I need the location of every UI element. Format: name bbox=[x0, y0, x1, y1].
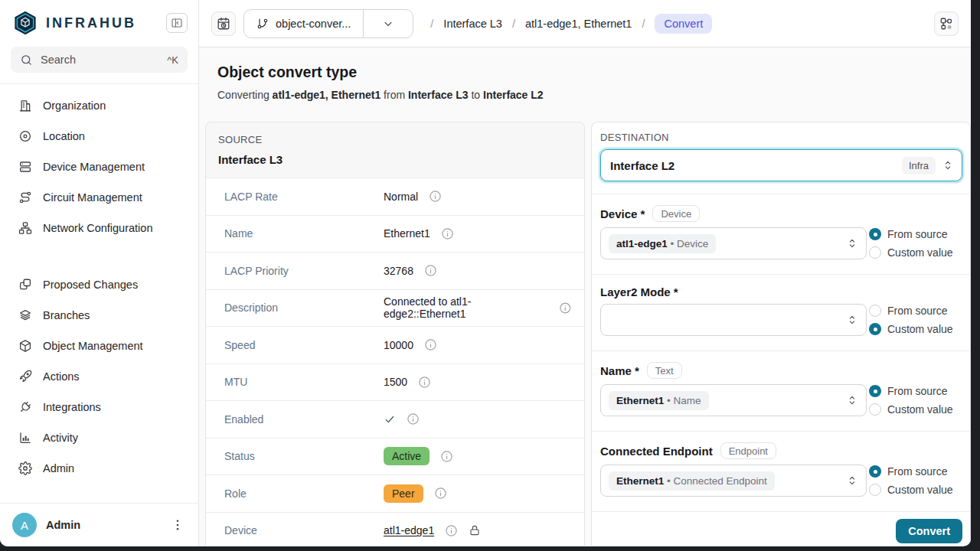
source-type-name: Interface L3 bbox=[218, 153, 572, 166]
page-content: Object convert type Converting atl1-edge… bbox=[199, 47, 971, 546]
sidebar-item-organization[interactable]: Organization bbox=[0, 90, 198, 121]
panels: SOURCE Interface L3 LACP RateNormalNameE… bbox=[205, 122, 971, 546]
radio-label: From source bbox=[887, 385, 948, 397]
connected-endpoint-custom-radio[interactable]: Custom value bbox=[869, 484, 962, 496]
field-label: Device * bbox=[600, 207, 645, 220]
sidebar-item-network-configuration[interactable]: Network Configuration bbox=[0, 213, 198, 243]
sidebar-item-integrations[interactable]: Integrations bbox=[0, 392, 198, 422]
info-icon[interactable] bbox=[559, 302, 572, 315]
breadcrumb-separator: / bbox=[430, 18, 433, 30]
attribute-label: Speed bbox=[218, 339, 384, 351]
avatar: A bbox=[12, 513, 37, 537]
topbar: object-conver... /Interface L3/atl1-edge… bbox=[199, 0, 971, 47]
chevrons-up-down-icon bbox=[942, 159, 954, 171]
chevrons-up-down-icon bbox=[846, 474, 858, 487]
info-icon[interactable] bbox=[424, 264, 437, 277]
radio-circle bbox=[869, 228, 881, 240]
sidebar-item-proposed-changes[interactable]: Proposed Changes bbox=[0, 269, 198, 300]
attribute-value: Connected to atl1-edge2::Ethernet1 bbox=[384, 295, 548, 320]
radio-circle bbox=[869, 484, 881, 496]
name-custom-radio[interactable]: Custom value bbox=[869, 403, 962, 416]
user-name: Admin bbox=[46, 519, 80, 531]
device-custom-radio[interactable]: Custom value bbox=[869, 246, 962, 259]
subtitle-part: Converting bbox=[217, 89, 273, 101]
sidebar-item-actions[interactable]: Actions bbox=[0, 361, 198, 392]
connected-endpoint-from-source-radio[interactable]: From source bbox=[869, 465, 962, 478]
circle-dot-icon bbox=[18, 129, 32, 143]
rocket-icon bbox=[18, 370, 32, 383]
sidebar-item-label: Object Management bbox=[43, 340, 143, 352]
source-row-name: NameEthernet1 bbox=[206, 216, 584, 253]
layer2-mode-select[interactable] bbox=[600, 304, 867, 336]
time-travel-button[interactable] bbox=[211, 11, 236, 36]
convert-button[interactable]: Convert bbox=[896, 519, 962, 543]
connected-endpoint-select[interactable]: Ethernet1 • Connected Endpoint bbox=[600, 465, 867, 497]
destination-type-select[interactable]: Interface L2 Infra bbox=[600, 149, 962, 181]
sidebar-item-circuit-management[interactable]: Circuit Management bbox=[0, 182, 198, 213]
sidebar-item-label: Proposed Changes bbox=[43, 279, 138, 291]
attribute-label: Enabled bbox=[218, 413, 384, 425]
sidebar-item-object-management[interactable]: Object Management bbox=[0, 331, 198, 361]
user-menu-button[interactable] bbox=[169, 517, 186, 533]
attribute-label: Device bbox=[218, 524, 384, 536]
device-from-source-radio[interactable]: From source bbox=[869, 228, 962, 240]
breadcrumb-link[interactable]: Interface L3 bbox=[443, 18, 502, 30]
sidebar-collapse-button[interactable] bbox=[166, 13, 188, 33]
building-icon bbox=[18, 99, 32, 112]
source-row-status: StatusActive bbox=[206, 439, 584, 476]
sidebar-item-label: Branches bbox=[43, 309, 90, 321]
sidebar-item-device-management[interactable]: Device Management bbox=[0, 152, 198, 182]
info-icon[interactable] bbox=[434, 487, 447, 500]
info-icon[interactable] bbox=[418, 376, 431, 389]
device-select[interactable]: atl1-edge1 • Device bbox=[600, 227, 867, 259]
branch-selector-caret[interactable] bbox=[363, 10, 413, 37]
branch-selector[interactable]: object-conver... bbox=[243, 9, 413, 38]
nav-group: Proposed ChangesBranchesObject Managemen… bbox=[0, 269, 198, 484]
radio-label: From source bbox=[887, 305, 948, 317]
info-icon[interactable] bbox=[407, 412, 420, 425]
name-select[interactable]: Ethernet1 • Name bbox=[600, 384, 867, 416]
sidebar-item-label: Admin bbox=[43, 462, 74, 474]
attribute-label: Role bbox=[218, 487, 384, 500]
sidebar-item-admin[interactable]: Admin bbox=[0, 453, 198, 484]
attribute-label: LACP Rate bbox=[218, 191, 384, 203]
attribute-value: 1500 bbox=[384, 376, 407, 388]
radio-circle bbox=[869, 403, 881, 416]
subtitle-part: from bbox=[381, 89, 408, 101]
destination-panel-header: DESTINATION Interface L2 Infra bbox=[592, 122, 970, 194]
sidebar-item-location[interactable]: Location bbox=[0, 121, 198, 152]
info-icon[interactable] bbox=[424, 338, 437, 351]
page-subtitle: Converting atl1-edge1, Ethernet1 from In… bbox=[217, 89, 959, 101]
chevrons-up-down-icon bbox=[846, 314, 858, 326]
kebab-icon bbox=[171, 518, 185, 532]
panel-left-icon bbox=[171, 17, 183, 29]
related-object-link[interactable]: atl1-edge1 bbox=[384, 524, 434, 536]
info-icon[interactable] bbox=[441, 227, 454, 240]
page-title: Object convert type bbox=[217, 64, 959, 81]
schema-button[interactable] bbox=[934, 11, 959, 36]
field-layer2-mode: Layer2 Mode *From sourceCustom value bbox=[592, 274, 970, 350]
radio-label: Custom value bbox=[887, 246, 953, 259]
breadcrumb-current[interactable]: Convert bbox=[655, 14, 712, 34]
copy-icon bbox=[18, 278, 32, 292]
search-input[interactable]: Search ^K bbox=[11, 47, 188, 73]
layer2-mode-custom-radio[interactable]: Custom value bbox=[869, 323, 962, 335]
name-from-source-radio[interactable]: From source bbox=[869, 385, 962, 397]
info-icon[interactable] bbox=[440, 450, 453, 463]
info-icon[interactable] bbox=[429, 190, 442, 203]
search-placeholder: Search bbox=[41, 54, 76, 66]
radio-label: Custom value bbox=[887, 323, 953, 335]
source-row-description: DescriptionConnected to atl1-edge2::Ethe… bbox=[206, 290, 584, 328]
field-name: Name *TextEthernet1 • NameFrom sourceCus… bbox=[592, 350, 970, 431]
sidebar-item-activity[interactable]: Activity bbox=[0, 422, 198, 453]
attribute-label: Description bbox=[218, 302, 384, 314]
sidebar-item-branches[interactable]: Branches bbox=[0, 300, 198, 331]
breadcrumb-link[interactable]: atl1-edge1, Ethernet1 bbox=[525, 18, 632, 30]
layer2-mode-from-source-radio[interactable]: From source bbox=[869, 305, 962, 317]
field-label: Layer2 Mode * bbox=[600, 285, 678, 298]
info-icon[interactable] bbox=[445, 524, 458, 537]
destination-panel: DESTINATION Interface L2 Infra Device *D… bbox=[591, 122, 971, 546]
source-row-speed: Speed10000 bbox=[206, 327, 584, 364]
radio-label: Custom value bbox=[887, 403, 953, 416]
attribute-label: Name bbox=[218, 227, 384, 240]
